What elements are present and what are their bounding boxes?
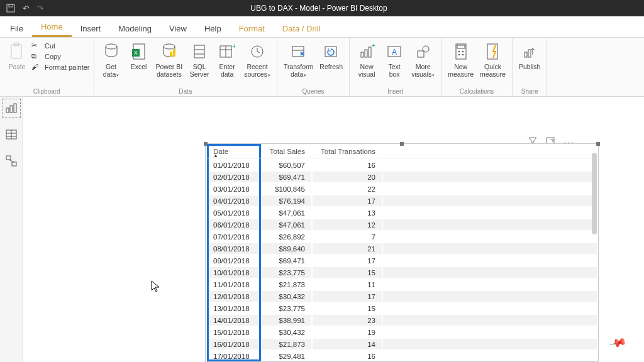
cell-date: 16/01/2018 <box>207 339 261 349</box>
col-sales[interactable]: Total Sales <box>262 145 311 158</box>
more-visuals-button[interactable]: Morevisuals▾ <box>409 40 437 87</box>
svg-text:A: A <box>392 48 397 57</box>
table-visual[interactable]: Date▲ Total Sales Total Transations 01/0… <box>205 143 599 362</box>
copy-button[interactable]: ⧉Copy <box>31 52 90 61</box>
cell-trans: 12 <box>313 219 382 230</box>
recent-sources-button[interactable]: Recentsources▾ <box>242 40 273 87</box>
pbi-datasets-button[interactable]: Power BIdatasets <box>153 40 186 87</box>
svg-text:+: + <box>372 43 375 49</box>
resize-handle[interactable] <box>400 142 404 146</box>
menu-insert[interactable]: Insert <box>72 19 110 37</box>
brush-icon: 🖌 <box>31 63 42 72</box>
svg-line-50 <box>9 160 14 162</box>
transform-data-button[interactable]: Transformdata▾ <box>281 40 316 87</box>
resize-handle[interactable] <box>596 142 600 146</box>
refresh-button[interactable]: Refresh <box>317 40 345 87</box>
col-date[interactable]: Date▲ <box>207 145 261 158</box>
cell-trans: 17 <box>313 255 382 266</box>
vertical-scrollbar[interactable] <box>592 153 597 359</box>
table-row[interactable]: 17/01/2018$29,48116 <box>207 351 597 361</box>
table-row[interactable]: 03/01/2018$100,84522 <box>207 184 597 194</box>
menu-file[interactable]: File <box>1 19 32 37</box>
menu-datadrill[interactable]: Data / Drill <box>274 19 330 37</box>
pin-icon[interactable]: 📌 <box>609 333 628 352</box>
svg-point-31 <box>423 46 429 52</box>
menu-help[interactable]: Help <box>196 19 230 37</box>
cut-button[interactable]: ✂Cut <box>31 41 90 50</box>
table-row[interactable]: 13/01/2018$23,77515 <box>207 303 597 314</box>
data-table: Date▲ Total Sales Total Transations 01/0… <box>206 144 598 362</box>
cell-sales: $23,775 <box>262 267 311 278</box>
refresh-icon <box>321 41 341 62</box>
cell-date: 05/01/2018 <box>207 207 261 218</box>
text-box-button[interactable]: A Textbox <box>381 40 408 87</box>
cell-date: 08/01/2018 <box>207 243 261 254</box>
table-row[interactable]: 08/01/2018$89,64021 <box>207 243 597 254</box>
menu-home[interactable]: Home <box>32 17 72 37</box>
table-row[interactable]: 06/01/2018$47,06112 <box>207 219 597 230</box>
cell-date: 14/01/2018 <box>207 315 261 326</box>
table-row[interactable]: 12/01/2018$30,43217 <box>207 291 597 302</box>
enter-data-button[interactable]: + Enterdata <box>214 40 240 87</box>
save-icon[interactable] <box>6 4 15 13</box>
table-row[interactable]: 16/01/2018$21,87314 <box>207 339 597 349</box>
table-row[interactable]: 09/01/2018$69,47117 <box>207 255 597 266</box>
calculator-bolt-icon <box>483 41 503 62</box>
paste-button[interactable]: Paste <box>4 40 30 87</box>
cell-trans: 16 <box>313 351 382 361</box>
sql-server-button[interactable]: SQLServer <box>186 40 213 87</box>
table-row[interactable]: 15/01/2018$30,43219 <box>207 327 597 337</box>
table-row[interactable]: 02/01/2018$69,47120 <box>207 172 597 182</box>
textbox-icon: A <box>384 41 404 62</box>
format-painter-button[interactable]: 🖌Format painter <box>31 63 90 72</box>
cell-sales: $38,991 <box>262 315 311 326</box>
cell-trans: 20 <box>313 172 382 182</box>
svg-rect-0 <box>7 4 14 12</box>
cell-date: 10/01/2018 <box>207 267 261 278</box>
table-row[interactable]: 10/01/2018$23,77515 <box>207 267 597 278</box>
scrollbar-thumb[interactable] <box>592 153 597 234</box>
svg-point-36 <box>458 54 459 55</box>
menu-modeling[interactable]: Modeling <box>109 19 160 37</box>
titlebar: ↶ ↷ UBG to DAX - Model - Power BI Deskto… <box>0 0 644 16</box>
menu-view[interactable]: View <box>160 19 196 37</box>
table-row[interactable]: 04/01/2018$76,19417 <box>207 195 597 206</box>
cell-trans: 11 <box>313 279 382 290</box>
svg-rect-24 <box>361 52 364 57</box>
table-plus-icon: + <box>217 41 237 62</box>
table-row[interactable]: 05/01/2018$47,06113 <box>207 207 597 218</box>
cell-date: 02/01/2018 <box>207 172 261 182</box>
model-view-button[interactable] <box>4 153 19 168</box>
get-data-button[interactable]: Getdata▾ <box>98 40 125 87</box>
svg-rect-26 <box>369 47 371 57</box>
redo-icon[interactable]: ↷ <box>37 4 44 13</box>
publish-button[interactable]: Publish <box>516 40 543 87</box>
cell-date: 13/01/2018 <box>207 303 261 314</box>
cell-trans: 15 <box>313 267 382 278</box>
excel-button[interactable]: X Excel <box>126 40 152 87</box>
quick-measure-button[interactable]: Quickmeasure <box>477 40 508 87</box>
cell-sales: $21,873 <box>262 279 311 290</box>
cell-trans: 16 <box>313 160 382 170</box>
cell-date: 07/01/2018 <box>207 231 261 242</box>
menu-format[interactable]: Format <box>230 19 274 37</box>
cell-trans: 21 <box>313 243 382 254</box>
cell-date: 04/01/2018 <box>207 195 261 206</box>
table-row[interactable]: 01/01/2018$60,50716 <box>207 160 597 170</box>
report-canvas[interactable]: ··· Date▲ Total Sales Total Transations … <box>23 97 644 362</box>
new-visual-button[interactable]: + Newvisual <box>353 40 380 87</box>
report-view-button[interactable] <box>4 101 19 116</box>
cell-date: 15/01/2018 <box>207 327 261 337</box>
undo-icon[interactable]: ↶ <box>23 4 30 13</box>
svg-text:X: X <box>134 50 138 56</box>
table-row[interactable]: 11/01/2018$21,87311 <box>207 279 597 290</box>
col-trans[interactable]: Total Transations <box>313 145 382 158</box>
cell-trans: 14 <box>313 339 382 349</box>
cell-trans: 15 <box>313 303 382 314</box>
data-view-button[interactable] <box>4 127 19 142</box>
cell-trans: 23 <box>313 315 382 326</box>
cell-sales: $30,432 <box>262 291 311 302</box>
table-row[interactable]: 14/01/2018$38,99123 <box>207 315 597 326</box>
new-measure-button[interactable]: Newmeasure <box>445 40 476 87</box>
table-row[interactable]: 07/01/2018$26,8927 <box>207 231 597 242</box>
